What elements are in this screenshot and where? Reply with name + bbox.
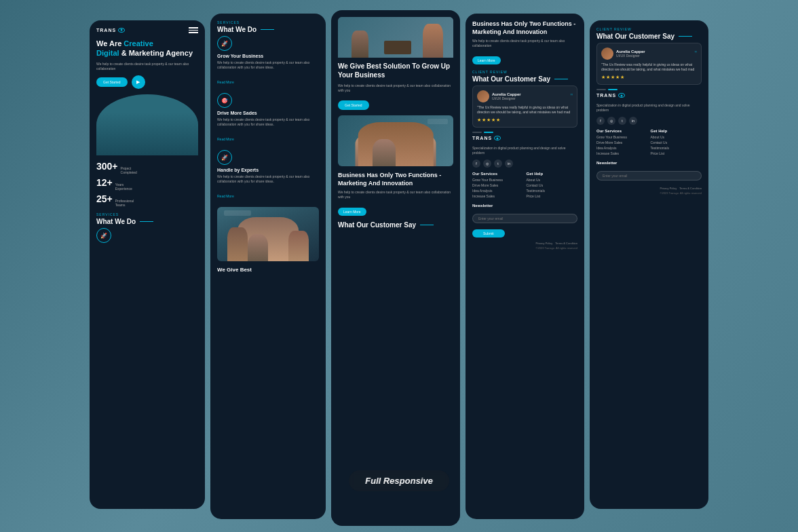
service-item-2: 🎯 Drive More Sades We help to create cli… [217, 93, 319, 143]
screen5-footer-link-grow[interactable]: Grow Your Business [596, 135, 648, 139]
footer-link-sales[interactable]: Drive More Sales [472, 183, 524, 187]
screen5-newsletter: Newsletter [596, 161, 702, 183]
screen1-hero-title: We Are Creative Digital & Marketing Agen… [96, 39, 198, 58]
read-more-3[interactable]: Read More [217, 194, 234, 198]
screen4-learn-more[interactable]: Learn More [472, 56, 501, 64]
desk-img [384, 41, 411, 54]
screen5-services-title: Our Services [596, 129, 648, 133]
service-icon-1: 🚀 [96, 228, 111, 243]
screen5-footer-link-testimonials[interactable]: Testimonials [651, 146, 702, 150]
screen5-facebook-icon[interactable]: f [596, 117, 605, 125]
screen5-review-card: Aurelia Capper UI/UX Designer " "The Ux … [596, 43, 702, 85]
screen4-social-icons: f ◎ t in [472, 159, 577, 168]
screen1-section-label: SERVICES [96, 212, 198, 216]
screen5-quote-icon: " [694, 50, 697, 58]
screen3-business-title: Business Has Only Two Functions - Market… [338, 172, 453, 187]
service-desc-1: We help to create clients desire task pr… [217, 60, 319, 70]
screen-1: TRANS We Are Creative Digital & Marketin… [90, 20, 205, 509]
screen4-review-text: "The Ux Review was really helpful in giv… [477, 105, 573, 115]
screen5-privacy-policy-link[interactable]: Privacy Policy [660, 187, 677, 190]
screen5-reviewer-role: UI/UX Designer [616, 54, 645, 58]
screen3-hero-desc: We help to create clients desire task pr… [338, 83, 453, 93]
read-more-2[interactable]: Read More [217, 137, 234, 141]
screen1-stats: 300+ ProjectCompleted 12+ YearsExperienc… [96, 161, 198, 207]
footer-link-contact[interactable]: Contact Us [527, 183, 578, 187]
screen1-brand-row: TRANS [96, 27, 198, 33]
terms-link[interactable]: Terms & Condition [555, 242, 577, 245]
service-icon-grow: 🚀 [217, 36, 232, 51]
service-item-1: 🚀 Grow Your Business We help to create c… [217, 36, 319, 86]
screen5-brand: TRANS [596, 93, 625, 98]
screen5-footer-link-sales[interactable]: Drive More Sales [596, 140, 648, 145]
screen-4: Business Has Only Two Functions - Market… [466, 14, 584, 519]
privacy-policy-link[interactable]: Privacy Policy [535, 242, 552, 245]
screen1-cta-row: Get Started ▶ [96, 75, 198, 89]
screen5-twitter-icon[interactable]: t [618, 117, 626, 125]
footer-link-grow[interactable]: Grow Your Business [472, 178, 524, 182]
screen4-footer-grid: Our Services Grow Your Business Drive Mo… [472, 172, 577, 200]
footer-link-testimonials[interactable]: Testimonials [527, 189, 578, 193]
screen3-top-photo [338, 17, 453, 58]
get-started-button[interactable]: Get Started [96, 77, 128, 87]
screen5-review-text: "The Ux Review was really helpful in giv… [601, 62, 697, 72]
stat-years: 12+ YearsExperience [96, 177, 198, 191]
screen4-newsletter-title: Newsletter [472, 204, 577, 208]
screen4-brand-row: TRANS [472, 136, 577, 140]
screen5-footer-link-contact[interactable]: Contact Us [651, 140, 702, 145]
screen4-brand-desc: Specialization in digital product planni… [472, 146, 577, 155]
screen5-linkedin-icon[interactable]: in [629, 117, 637, 125]
stat-projects: 300+ ProjectCompleted [96, 161, 198, 174]
screen5-instagram-icon[interactable]: ◎ [607, 117, 615, 125]
screen3-get-started[interactable]: Get Started [338, 100, 369, 110]
screen3-mid-photo [338, 115, 453, 166]
screen2-bottom-title: We Give Best [217, 267, 319, 273]
footer-link-increase[interactable]: Increase Sales [472, 194, 524, 198]
screen4-stars: ★ ★ ★ ★ ★ [477, 117, 573, 123]
screen5-footer-link-idea[interactable]: Idea Analysis [596, 146, 648, 150]
play-button[interactable]: ▶ [132, 75, 145, 89]
team-photo [217, 207, 319, 261]
person-img-2 [352, 31, 368, 58]
screen5-brand-desc: Specialization in digital product planni… [596, 103, 702, 113]
screen3-hero-title: We Give Best Solution To Grow Up Your Bu… [338, 62, 453, 79]
screen4-email-input[interactable] [472, 214, 577, 223]
screen5-privacy-links: Privacy Policy Terms & Condition [596, 187, 702, 190]
screen5-reviewer-row: Aurelia Capper UI/UX Designer " [601, 48, 697, 60]
footer-link-price[interactable]: Price List [527, 194, 578, 198]
screen4-privacy-links: Privacy Policy Terms & Condition [472, 242, 577, 245]
footer-link-about[interactable]: About Us [527, 178, 578, 182]
service-icon-sales: 🎯 [217, 93, 232, 108]
screen5-brand-eye [618, 93, 625, 98]
quote-icon: " [570, 93, 573, 100]
screen1-body-text: We help to create clients desire task pr… [96, 62, 198, 71]
read-more-1[interactable]: Read More [217, 80, 234, 84]
screen5-footer-link-increase[interactable]: Increase Sales [596, 151, 648, 155]
screen5-footer-link-price[interactable]: Price List [651, 151, 702, 155]
screen5-email-input[interactable] [596, 171, 702, 180]
screen4-services-title: Our Services [472, 172, 524, 176]
twitter-icon[interactable]: t [494, 159, 502, 168]
screen5-terms-link[interactable]: Terms & Condition [679, 187, 702, 190]
screen4-submit-btn[interactable]: Submit [472, 229, 505, 238]
instagram-icon[interactable]: ◎ [483, 159, 491, 168]
footer-link-idea[interactable]: Idea Analysis [472, 189, 524, 193]
screen4-avatar [477, 90, 489, 102]
screen2-section-title: What We Do [217, 26, 319, 33]
hamburger-menu[interactable] [189, 27, 198, 33]
screen3-learn-more[interactable]: Learn More [338, 208, 366, 216]
screen4-reviewer-row: Aurelia Capper UI/UX Designer " [477, 90, 573, 102]
service-desc-2: We help to create clients desire task pr… [217, 117, 319, 127]
screen5-review-title: What Our Customer Say [596, 33, 702, 40]
service-title-3: Handle by Experts [217, 168, 319, 172]
screen5-footer-grid: Our Services Grow Your Business Drive Mo… [596, 129, 702, 157]
screen5-footer-link-about[interactable]: About Us [651, 135, 702, 139]
person-img-1 [423, 24, 443, 58]
screen5-brand-row: TRANS [596, 93, 702, 98]
screen5-help-title: Get Help [651, 129, 702, 133]
screen-5: CLIENT REVIEW What Our Customer Say Aure… [590, 20, 708, 509]
linkedin-icon[interactable]: in [505, 159, 513, 168]
screen1-section-title: What We Do [96, 218, 198, 225]
screen5-social-icons: f ◎ t in [596, 117, 702, 125]
facebook-icon[interactable]: f [472, 159, 480, 168]
service-item-3: 🚀 Handle by Experts We help to create cl… [217, 150, 319, 200]
